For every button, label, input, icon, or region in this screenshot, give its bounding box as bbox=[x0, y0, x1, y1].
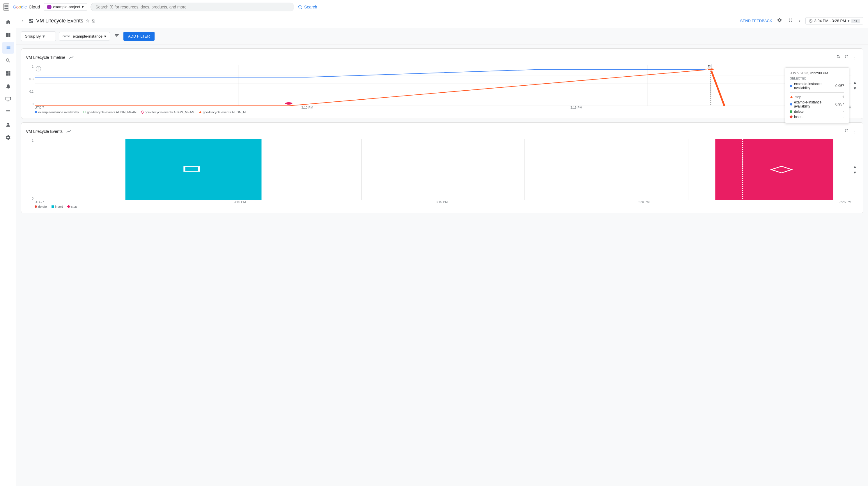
svg-point-17 bbox=[285, 102, 292, 105]
legend-square-icon bbox=[84, 111, 86, 113]
sidebar-item-explore[interactable] bbox=[2, 55, 14, 66]
tooltip-insert-label: insert bbox=[794, 115, 841, 119]
project-selector[interactable]: example-project ▾ bbox=[44, 3, 87, 11]
left-sidebar bbox=[0, 14, 16, 486]
project-icon bbox=[47, 5, 52, 9]
events-x-320: 3:20 PM bbox=[638, 200, 650, 204]
tooltip-selected-label: SELECTED bbox=[790, 77, 844, 80]
svg-rect-5 bbox=[8, 35, 10, 37]
events-chart-fullscreen-button[interactable] bbox=[843, 127, 850, 136]
events-chart-header: VM Lifecycle Events ⋮ bbox=[26, 127, 858, 136]
svg-rect-6 bbox=[5, 97, 10, 100]
tooltip-insert-diamond bbox=[789, 115, 793, 118]
legend-delete: delete bbox=[35, 205, 47, 208]
events-x-315: 3:15 PM bbox=[436, 200, 448, 204]
top-navigation: ☰ Google Cloud example-project ▾ Search bbox=[0, 0, 868, 14]
sidebar-item-compute[interactable] bbox=[2, 93, 14, 105]
tooltip-stop-label: stop bbox=[795, 95, 840, 99]
clock-icon bbox=[809, 19, 813, 23]
search-input[interactable] bbox=[95, 5, 289, 9]
chart-fullscreen-button[interactable] bbox=[843, 53, 850, 61]
chevron-down-icon: ▾ bbox=[42, 33, 45, 39]
filter-options-button[interactable] bbox=[113, 32, 121, 41]
sidebar-item-monitoring[interactable] bbox=[2, 42, 14, 54]
tooltip-delete-label: delete bbox=[794, 110, 841, 114]
tooltip-stop-row: stop 1 bbox=[790, 94, 844, 99]
events-y-axis: 1 0 bbox=[26, 139, 35, 200]
scroll-up-button[interactable]: ▲ bbox=[853, 80, 857, 85]
main-content: ← VM Lifecycle Events ☆ ⎘ SEND FEEDBACK … bbox=[16, 14, 868, 486]
search-button[interactable]: Search bbox=[298, 5, 317, 9]
settings-button[interactable] bbox=[776, 16, 783, 25]
x-axis-315: 3:15 PM bbox=[570, 106, 582, 109]
legend-dot-icon bbox=[35, 111, 37, 113]
legend-stop: stop bbox=[67, 205, 77, 208]
scroll-down-button[interactable]: ▼ bbox=[853, 86, 857, 91]
timeline-chart-title: VM Lifecycle Timeline bbox=[26, 55, 65, 60]
sidebar-item-storage[interactable] bbox=[2, 106, 14, 118]
svg-point-0 bbox=[299, 5, 301, 8]
name-value-select[interactable]: name example-instance ▾ bbox=[59, 32, 110, 40]
x-axis-utc: UTC-7 bbox=[35, 106, 44, 109]
events-scroll-control[interactable]: ▲ ▼ bbox=[851, 139, 858, 200]
legend-availability: example-instance availability bbox=[35, 110, 79, 114]
tooltip-date: Jun 5, 2023, 3:22:00 PM bbox=[790, 71, 844, 75]
timeline-chart-header: VM Lifecycle Timeline ⋮ bbox=[26, 53, 858, 61]
chart2-options-icon bbox=[66, 129, 71, 134]
legend-insert-square bbox=[52, 205, 54, 208]
page-header: ← VM Lifecycle Events ☆ ⎘ SEND FEEDBACK … bbox=[16, 14, 868, 28]
google-cloud-logo: Google Cloud bbox=[13, 4, 40, 9]
legend-lifecycle-diamond: gce-lifecycle-events ALIGN_MEAN bbox=[141, 110, 194, 114]
chart-more-button[interactable]: ⋮ bbox=[851, 53, 858, 61]
events-scroll-down-button[interactable]: ▼ bbox=[853, 170, 857, 175]
sidebar-item-settings[interactable] bbox=[2, 132, 14, 143]
events-x-utc: UTC-7 bbox=[35, 200, 44, 204]
tooltip-availability-label: example-instance availability bbox=[794, 100, 834, 108]
tooltip-selected-row: example-instance availability 0.957 bbox=[790, 81, 844, 91]
sidebar-item-home[interactable] bbox=[2, 16, 14, 28]
svg-rect-3 bbox=[8, 33, 10, 35]
timeline-chart-card: VM Lifecycle Timeline ⋮ bbox=[21, 48, 863, 119]
back-button[interactable]: ← bbox=[21, 18, 26, 24]
filter-bar: Group By ▾ name example-instance ▾ ADD F… bbox=[16, 28, 868, 45]
sidebar-item-alerts[interactable] bbox=[2, 80, 14, 92]
tooltip-availability-dot bbox=[790, 103, 792, 106]
share-button[interactable]: ⎘ bbox=[92, 18, 95, 24]
tooltip-metric-value: 0.957 bbox=[835, 84, 844, 88]
legend-lifecycle-square-label: gce-lifecycle-events ALIGN_MEAN bbox=[87, 110, 136, 114]
send-feedback-button[interactable]: SEND FEEDBACK bbox=[740, 19, 772, 23]
tooltip-stop-value: 1 bbox=[842, 95, 844, 99]
group-by-select[interactable]: Group By ▾ bbox=[21, 31, 56, 41]
legend-delete-label: delete bbox=[38, 205, 47, 208]
legend-lifecycle-diamond-label: gce-lifecycle-events ALIGN_MEAN bbox=[145, 110, 194, 114]
events-x-325: 3:25 PM bbox=[839, 200, 851, 204]
events-legend: delete insert stop bbox=[26, 205, 858, 208]
events-chart-more-button[interactable]: ⋮ bbox=[851, 127, 858, 136]
sidebar-item-iam[interactable] bbox=[2, 119, 14, 131]
legend-diamond-icon bbox=[141, 110, 144, 114]
app-layout: ← VM Lifecycle Events ☆ ⎘ SEND FEEDBACK … bbox=[0, 14, 868, 486]
sidebar-item-dashboards[interactable] bbox=[2, 67, 14, 79]
y-axis-zero: 0 bbox=[26, 103, 33, 106]
events-scroll-up-button[interactable]: ▲ bbox=[853, 164, 857, 169]
filter-value-wrapper: name example-instance ▾ bbox=[59, 32, 110, 40]
sidebar-item-overview[interactable] bbox=[2, 29, 14, 41]
x-axis-310: 3:10 PM bbox=[301, 106, 313, 109]
header-right: SEND FEEDBACK ‹ 3:04 PM - 3:28 PM ▾ PDT bbox=[740, 16, 863, 25]
global-search-bar[interactable] bbox=[91, 3, 294, 11]
fullscreen-button[interactable] bbox=[787, 16, 794, 25]
time-range-selector[interactable]: 3:04 PM - 3:28 PM ▾ PDT bbox=[805, 17, 863, 25]
y-axis-top: 1 bbox=[26, 65, 33, 68]
chart-zoom-button[interactable] bbox=[835, 53, 842, 61]
collapse-button[interactable]: ‹ bbox=[798, 17, 802, 25]
timeline-legend: example-instance availability gce-lifecy… bbox=[26, 110, 858, 114]
hamburger-menu[interactable]: ☰ bbox=[3, 3, 9, 11]
add-filter-button[interactable]: ADD FILTER bbox=[123, 32, 155, 41]
events-chart-card: VM Lifecycle Events ⋮ 1 0 bbox=[21, 122, 863, 213]
legend-delete-dot bbox=[35, 205, 37, 208]
chart-scroll-control[interactable]: ▲ ▼ bbox=[851, 65, 858, 106]
star-button[interactable]: ☆ bbox=[86, 18, 90, 24]
page-title-area: VM Lifecycle Events ☆ ⎘ bbox=[29, 18, 95, 24]
chevron-down-icon: ▾ bbox=[848, 19, 850, 23]
svg-rect-2 bbox=[6, 33, 8, 35]
